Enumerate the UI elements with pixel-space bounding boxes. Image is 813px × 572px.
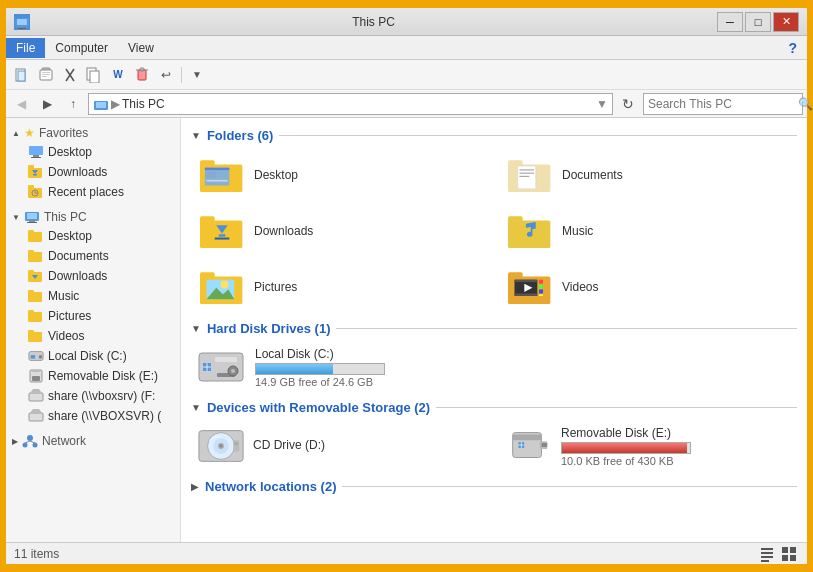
music-folder-label: Music xyxy=(562,224,593,238)
sidebar-item-local-disk[interactable]: Local Disk (C:) xyxy=(6,346,180,366)
folder-item-desktop[interactable]: Desktop xyxy=(191,149,489,201)
sidebar-item-recent-fav[interactable]: Recent places xyxy=(6,182,180,202)
sidebar-removable-disk-label: Removable Disk (E:) xyxy=(48,369,158,383)
sidebar-thispc-header[interactable]: ▼ This PC xyxy=(6,206,180,226)
sidebar-item-desktop-fav[interactable]: Desktop xyxy=(6,142,180,162)
disk-c-info: Local Disk (C:) 14.9 GB free of 24.6 GB xyxy=(255,347,791,388)
svg-rect-37 xyxy=(28,230,34,233)
svg-marker-58 xyxy=(30,409,42,413)
sidebar-desktop-fav-label: Desktop xyxy=(48,145,92,159)
removable-section-header[interactable]: ▼ Devices with Removable Storage (2) xyxy=(191,400,797,415)
breadcrumb-this-pc: This PC xyxy=(122,97,165,111)
device-item-cd[interactable]: CD Drive (D:) xyxy=(191,421,489,471)
search-box[interactable]: 🔍 xyxy=(643,93,803,115)
view-details-button[interactable] xyxy=(757,545,777,563)
svg-rect-91 xyxy=(515,280,538,282)
sidebar-downloads-fav-label: Downloads xyxy=(48,165,107,179)
svg-rect-19 xyxy=(96,102,106,108)
toolbar-undo[interactable]: ↩ xyxy=(154,64,178,86)
minimize-button[interactable]: ─ xyxy=(717,12,743,32)
addressbar: ◀ ▶ ↑ ▶ This PC ▼ ↻ 🔍 xyxy=(6,90,807,118)
network-section-header[interactable]: ▶ Network locations (2) xyxy=(191,479,797,494)
menu-view[interactable]: View xyxy=(118,38,164,58)
svg-rect-114 xyxy=(513,434,542,440)
breadcrumb: ▶ This PC xyxy=(93,97,596,111)
svg-rect-69 xyxy=(207,180,228,182)
forward-button[interactable]: ▶ xyxy=(36,93,58,115)
folder-item-downloads[interactable]: Downloads xyxy=(191,205,489,257)
sidebar-item-pc-videos[interactable]: Videos xyxy=(6,326,180,346)
folders-section-header[interactable]: ▼ Folders (6) xyxy=(191,128,797,143)
cd-drive-name: CD Drive (D:) xyxy=(253,438,483,452)
svg-rect-41 xyxy=(28,270,34,273)
svg-rect-79 xyxy=(219,234,226,236)
toolbar-more[interactable]: ▼ xyxy=(185,64,209,86)
address-bar[interactable]: ▶ This PC ▼ xyxy=(88,93,613,115)
refresh-button[interactable]: ↻ xyxy=(617,93,639,115)
toolbar-paste[interactable] xyxy=(34,64,58,86)
pc-music-icon xyxy=(28,288,44,304)
sidebar-local-disk-label: Local Disk (C:) xyxy=(48,349,127,363)
network-section-title: Network locations (2) xyxy=(205,479,336,494)
sidebar-pc-downloads-label: Downloads xyxy=(48,269,107,283)
svg-rect-73 xyxy=(519,169,534,170)
svg-point-86 xyxy=(220,280,228,288)
sidebar-item-pc-pictures[interactable]: Pictures xyxy=(6,306,180,326)
removable-arrow: ▼ xyxy=(191,402,201,413)
menu-file[interactable]: File xyxy=(6,38,45,58)
svg-point-61 xyxy=(33,443,38,448)
sidebar-item-pc-downloads[interactable]: Downloads xyxy=(6,266,180,286)
content-area: ▼ Folders (6) xyxy=(181,118,807,542)
sidebar-network-label: Network xyxy=(42,434,86,448)
hard-disks-section-header[interactable]: ▼ Hard Disk Drives (1) xyxy=(191,321,797,336)
pictures-folder-label: Pictures xyxy=(254,280,297,294)
sidebar-item-downloads-fav[interactable]: Downloads xyxy=(6,162,180,182)
sidebar-favorites-header[interactable]: ▲ ★ Favorites xyxy=(6,122,180,142)
svg-rect-84 xyxy=(200,272,215,279)
downloads-folder-label: Downloads xyxy=(254,224,313,238)
folder-item-documents[interactable]: Documents xyxy=(499,149,797,201)
sidebar-item-share1[interactable]: share (\\vboxsrv) (F: xyxy=(6,386,180,406)
close-button[interactable]: ✕ xyxy=(773,12,799,32)
toolbar-cut[interactable] xyxy=(58,64,82,86)
toolbar-copy-path[interactable] xyxy=(10,64,34,86)
up-button[interactable]: ↑ xyxy=(62,93,84,115)
sidebar-item-removable-disk[interactable]: Removable Disk (E:) xyxy=(6,366,180,386)
svg-rect-123 xyxy=(761,560,769,562)
back-button[interactable]: ◀ xyxy=(10,93,32,115)
sidebar-item-pc-music[interactable]: Music xyxy=(6,286,180,306)
removable-e-icon xyxy=(505,425,553,467)
folder-item-pictures[interactable]: Pictures xyxy=(191,261,489,313)
folder-item-videos[interactable]: Videos xyxy=(499,261,797,313)
device-item-removable-e[interactable]: Removable Disk (E:) 10.0 KB free of 430 … xyxy=(499,421,797,471)
sidebar-item-share2[interactable]: share (\\VBOXSVR) ( xyxy=(6,406,180,426)
toolbar-delete[interactable] xyxy=(130,64,154,86)
view-icons-button[interactable] xyxy=(779,545,799,563)
folder-item-music[interactable]: Music xyxy=(499,205,797,257)
network-section-arrow: ▶ xyxy=(191,481,199,492)
help-button[interactable]: ? xyxy=(778,37,807,59)
toolbar-copy[interactable] xyxy=(82,64,106,86)
hard-disks-section-title: Hard Disk Drives (1) xyxy=(207,321,331,336)
cd-drive-icon xyxy=(197,425,245,467)
svg-rect-21 xyxy=(33,155,39,157)
folders-section-title: Folders (6) xyxy=(207,128,273,143)
removable-e-space: 10.0 KB free of 430 KB xyxy=(561,455,791,467)
address-dropdown[interactable]: ▼ xyxy=(596,97,608,111)
svg-rect-111 xyxy=(233,440,239,452)
statusbar-views xyxy=(757,545,799,563)
svg-rect-67 xyxy=(205,168,229,170)
search-input[interactable] xyxy=(648,97,798,111)
svg-rect-24 xyxy=(28,165,34,169)
svg-rect-92 xyxy=(515,294,538,296)
menu-computer[interactable]: Computer xyxy=(45,38,118,58)
maximize-button[interactable]: □ xyxy=(745,12,771,32)
svg-rect-95 xyxy=(539,285,543,289)
pc-documents-icon xyxy=(28,248,44,264)
svg-point-110 xyxy=(220,445,223,448)
disk-item-c[interactable]: Local Disk (C:) 14.9 GB free of 24.6 GB xyxy=(191,342,797,392)
sidebar-network-header[interactable]: ▶ Network xyxy=(6,430,180,450)
sidebar-item-pc-desktop[interactable]: Desktop xyxy=(6,226,180,246)
sidebar-item-pc-documents[interactable]: Documents xyxy=(6,246,180,266)
toolbar-word[interactable]: W xyxy=(106,64,130,86)
